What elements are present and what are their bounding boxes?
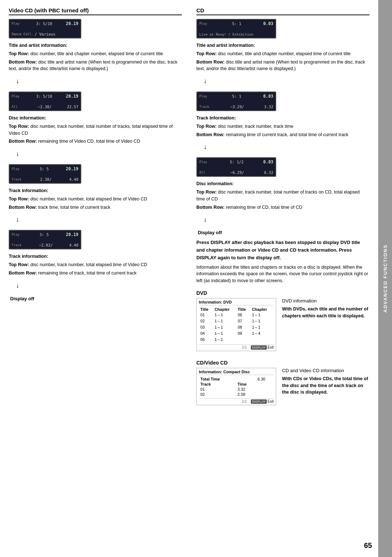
cd-block-1: Play 5: 1 0.03 Live at Roxy! / Exhibitio… xyxy=(196,19,369,85)
cd-info-table: Total Time 6.30 Track Time xyxy=(199,377,274,397)
cd-page-num: 1/1 xyxy=(242,399,247,403)
vcd-block-3: Play 3: 5 20.19 Track 2.38/ 4.40 xyxy=(9,164,182,223)
cd-block-2: Play 5: 1 0.03 Track −3.29/ 3.32 xyxy=(196,92,369,151)
vcd-screen-1: Play 3: 5/10 20.19 Dance Coll. / Various xyxy=(9,19,182,40)
dvd-info-title: Information: DVD xyxy=(199,300,274,305)
dvd-title: DVD xyxy=(196,290,369,296)
table-row: 011～1061～1 xyxy=(199,312,274,318)
cd-info-title: Information: Compact Disc xyxy=(199,370,274,375)
vcd-display-4: Play 3: 5 20.19 Track −2.02/ 4.40 xyxy=(9,230,81,249)
cd-btn-row: 1/1 DISPLAY Exit xyxy=(199,398,274,403)
cd-arrow-1: ↓ xyxy=(204,77,369,85)
total-time-row: Total Time 6.30 xyxy=(199,377,274,382)
dvd-section: DVD Information: DVD Title Chapter xyxy=(196,290,369,354)
dvd-page-num: 1/1 xyxy=(242,345,247,349)
table-row: 051～1 xyxy=(199,337,274,343)
cd-block-3: Play 5: 1/2 0.03 All −6.29/ 6.32 xyxy=(196,157,369,223)
cd-arrow-2: ↓ xyxy=(204,143,369,151)
vcd-desc-4: Track information: Top Row: disc number,… xyxy=(9,253,182,276)
arrow-1: ↓ xyxy=(16,77,182,85)
dvd-btn-row: 1/1 DISPLAY Exit xyxy=(199,344,274,349)
dvd-info-container: Information: DVD Title Chapter Title Cha… xyxy=(196,298,276,354)
vcd-screen-3: Play 3: 5 20.19 Track 2.38/ 4.40 xyxy=(9,164,182,185)
cd-video-title: CD/Video CD xyxy=(196,360,369,366)
cd-desc-2: Track Information: Top Row: disc number,… xyxy=(196,115,369,138)
arrow-2: ↓ xyxy=(16,150,182,158)
cd-display-2: Play 5: 1 0.03 Track −3.29/ 3.32 xyxy=(196,92,276,111)
page-number: 65 xyxy=(364,541,372,550)
vcd-display-1: Play 3: 5/10 20.19 Dance Coll. / Various xyxy=(9,19,81,38)
cd-video-section: CD/Video CD Information: Compact Disc To… xyxy=(196,360,369,405)
cd-info-container: Information: Compact Disc Total Time 6.3… xyxy=(196,368,276,405)
dvd-display-btn[interactable]: DISPLAY xyxy=(251,345,266,350)
cd-display-3: Play 5: 1/2 0.03 All −6.29/ 6.32 xyxy=(196,157,276,177)
dvd-desc-col: DVD information With DVDs, each title an… xyxy=(282,298,369,320)
table-row: 041～1091～4 xyxy=(199,330,274,337)
vcd-block-1: Play 3: 5/10 20.19 Dance Coll. / Various… xyxy=(9,19,182,85)
right-section-title: CD xyxy=(196,7,369,15)
cd-desc-col: CD and Video CD information With CDs or … xyxy=(282,368,369,396)
vcd-block-2: Play 3: 5/10 20.19 All −2.38/ 22.57 xyxy=(9,92,182,158)
vcd-screen-4: Play 3: 5 20.19 Track −2.02/ 4.40 xyxy=(9,230,182,251)
left-section-title: Video CD (with PBC turned off) xyxy=(9,7,182,15)
arrow-4: ↓ xyxy=(16,282,182,289)
table-row: 021～1071～1 xyxy=(199,318,274,324)
dvd-info-table-box: Information: DVD Title Chapter Title Cha… xyxy=(196,298,276,351)
dvd-exit-label: Exit xyxy=(268,345,274,349)
cd-screen-3: Play 5: 1/2 0.03 All −6.29/ 6.32 xyxy=(196,157,369,178)
arrow-3: ↓ xyxy=(16,216,182,223)
dvd-info-table: Title Chapter Title Chapter 011～1061～1 xyxy=(199,307,274,343)
table-row: 031～1081～1 xyxy=(199,324,274,330)
cd-display-1: Play 5: 1 0.03 Live at Roxy! / Exhibitio… xyxy=(196,19,276,38)
cd-info-table-box: Information: Compact Disc Total Time 6.3… xyxy=(196,368,276,405)
vcd-desc-2: Disc information: Top Row: disc number, … xyxy=(9,115,182,145)
table-row: 013.32 xyxy=(199,387,274,392)
cd-screen-1: Play 5: 1 0.03 Live at Roxy! / Exhibitio… xyxy=(196,19,369,40)
cd-desc-1: Title and artist information: Top Row: d… xyxy=(196,42,369,72)
vcd-desc-1: Title and artist information: Top Row: d… xyxy=(9,42,182,72)
vcd-display-2: Play 3: 5/10 20.19 All −2.38/ 22.57 xyxy=(9,92,81,111)
cd-desc-3: Disc information: Top Row: disc number, … xyxy=(196,180,369,211)
vcd-screen-2: Play 3: 5/10 20.19 All −2.38/ 22.57 xyxy=(9,92,182,113)
cd-display-btn[interactable]: DISPLAY xyxy=(251,399,266,404)
left-display-off: Display off xyxy=(10,296,182,301)
vcd-block-4: Play 3: 5 20.19 Track −2.02/ 4.40 xyxy=(9,230,182,289)
side-tab: ADVANCED FUNCTIONS xyxy=(378,0,392,557)
cd-exit-label: Exit xyxy=(268,399,274,403)
vcd-desc-3: Track information: Top Row: disc number,… xyxy=(9,187,182,211)
vcd-display-3: Play 3: 5 20.19 Track 2.38/ 4.40 xyxy=(9,164,81,184)
cd-arrow-3: ↓ xyxy=(204,216,369,223)
table-row: 022.58 xyxy=(199,392,274,397)
right-display-off: Display off xyxy=(198,230,369,235)
large-text-block: Press DISPLAY after disc playback has be… xyxy=(196,239,369,284)
cd-screen-2: Play 5: 1 0.03 Track −3.29/ 3.32 xyxy=(196,92,369,113)
